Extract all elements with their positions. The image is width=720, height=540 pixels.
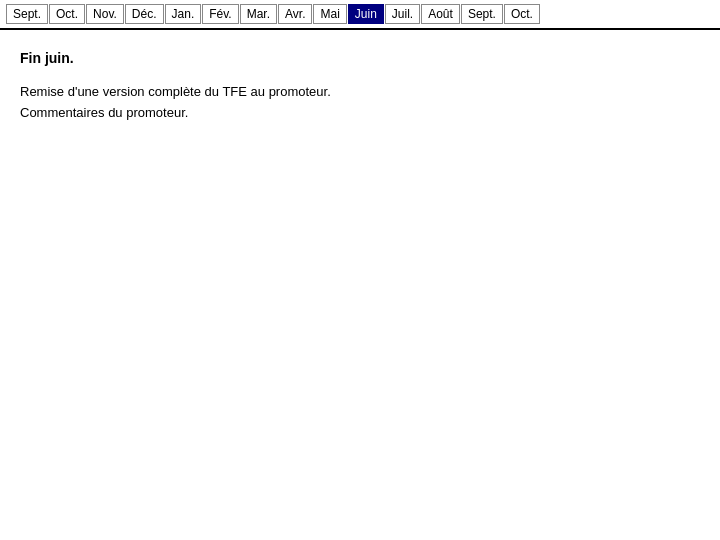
month-tab-sept[interactable]: Sept.	[6, 4, 48, 24]
month-tab-mai[interactable]: Mai	[313, 4, 346, 24]
month-tab-juin[interactable]: Juin	[348, 4, 384, 24]
content-body: Remise d'une version complète du TFE au …	[20, 82, 700, 124]
month-tab-oct[interactable]: Oct.	[49, 4, 85, 24]
month-tab-jan[interactable]: Jan.	[165, 4, 202, 24]
month-tab-nov[interactable]: Nov.	[86, 4, 124, 24]
content-line1: Remise d'une version complète du TFE au …	[20, 82, 700, 103]
month-tab-avr[interactable]: Avr.	[278, 4, 312, 24]
content-line2: Commentaires du promoteur.	[20, 103, 700, 124]
content-title: Fin juin.	[20, 50, 700, 66]
month-navigation: Sept.Oct.Nov.Déc.Jan.Fév.Mar.Avr.MaiJuin…	[0, 0, 720, 30]
month-tab-sept2[interactable]: Sept.	[461, 4, 503, 24]
content-area: Fin juin. Remise d'une version complète …	[0, 30, 720, 144]
month-tab-oct2[interactable]: Oct.	[504, 4, 540, 24]
month-tab-juil[interactable]: Juil.	[385, 4, 420, 24]
month-tab-fev[interactable]: Fév.	[202, 4, 238, 24]
month-tab-aout[interactable]: Août	[421, 4, 460, 24]
month-tab-mar[interactable]: Mar.	[240, 4, 277, 24]
month-tab-dec[interactable]: Déc.	[125, 4, 164, 24]
